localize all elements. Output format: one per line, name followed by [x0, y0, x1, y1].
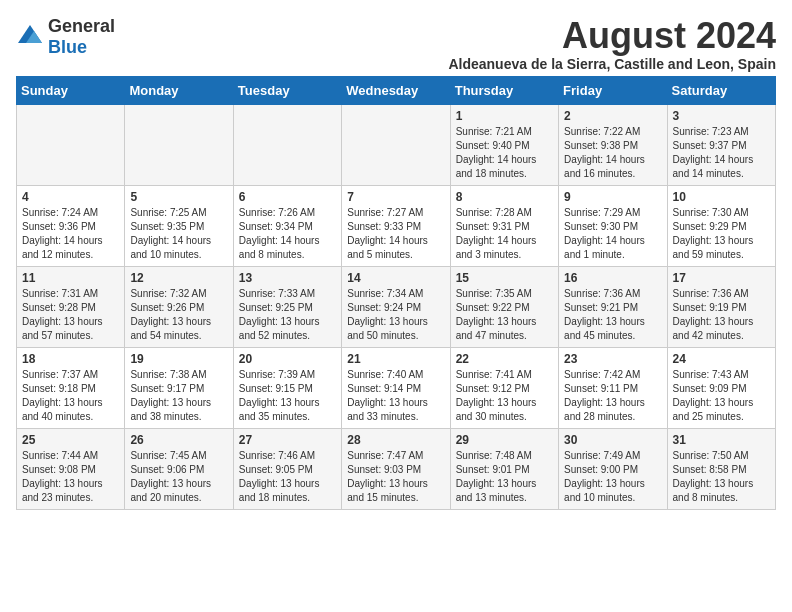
calendar-cell	[233, 104, 341, 185]
page-header: General Blue August 2024 Aldeanueva de l…	[16, 16, 776, 72]
week-row-5: 25Sunrise: 7:44 AM Sunset: 9:08 PM Dayli…	[17, 428, 776, 509]
day-info: Sunrise: 7:38 AM Sunset: 9:17 PM Dayligh…	[130, 368, 227, 424]
day-info: Sunrise: 7:39 AM Sunset: 9:15 PM Dayligh…	[239, 368, 336, 424]
day-info: Sunrise: 7:23 AM Sunset: 9:37 PM Dayligh…	[673, 125, 770, 181]
day-number: 9	[564, 190, 661, 204]
day-info: Sunrise: 7:43 AM Sunset: 9:09 PM Dayligh…	[673, 368, 770, 424]
header-saturday: Saturday	[667, 76, 775, 104]
day-number: 16	[564, 271, 661, 285]
day-info: Sunrise: 7:30 AM Sunset: 9:29 PM Dayligh…	[673, 206, 770, 262]
logo-blue: Blue	[48, 37, 87, 57]
day-number: 10	[673, 190, 770, 204]
week-row-3: 11Sunrise: 7:31 AM Sunset: 9:28 PM Dayli…	[17, 266, 776, 347]
day-info: Sunrise: 7:37 AM Sunset: 9:18 PM Dayligh…	[22, 368, 119, 424]
day-info: Sunrise: 7:35 AM Sunset: 9:22 PM Dayligh…	[456, 287, 553, 343]
day-info: Sunrise: 7:24 AM Sunset: 9:36 PM Dayligh…	[22, 206, 119, 262]
day-number: 18	[22, 352, 119, 366]
day-number: 8	[456, 190, 553, 204]
calendar-body: 1Sunrise: 7:21 AM Sunset: 9:40 PM Daylig…	[17, 104, 776, 509]
day-info: Sunrise: 7:48 AM Sunset: 9:01 PM Dayligh…	[456, 449, 553, 505]
calendar-cell: 30Sunrise: 7:49 AM Sunset: 9:00 PM Dayli…	[559, 428, 667, 509]
day-info: Sunrise: 7:41 AM Sunset: 9:12 PM Dayligh…	[456, 368, 553, 424]
day-info: Sunrise: 7:47 AM Sunset: 9:03 PM Dayligh…	[347, 449, 444, 505]
calendar-cell: 21Sunrise: 7:40 AM Sunset: 9:14 PM Dayli…	[342, 347, 450, 428]
header-wednesday: Wednesday	[342, 76, 450, 104]
header-sunday: Sunday	[17, 76, 125, 104]
calendar-cell: 28Sunrise: 7:47 AM Sunset: 9:03 PM Dayli…	[342, 428, 450, 509]
day-number: 28	[347, 433, 444, 447]
calendar-cell: 23Sunrise: 7:42 AM Sunset: 9:11 PM Dayli…	[559, 347, 667, 428]
calendar-cell: 26Sunrise: 7:45 AM Sunset: 9:06 PM Dayli…	[125, 428, 233, 509]
calendar-cell: 10Sunrise: 7:30 AM Sunset: 9:29 PM Dayli…	[667, 185, 775, 266]
calendar-cell: 31Sunrise: 7:50 AM Sunset: 8:58 PM Dayli…	[667, 428, 775, 509]
calendar-table: SundayMondayTuesdayWednesdayThursdayFrid…	[16, 76, 776, 510]
day-info: Sunrise: 7:21 AM Sunset: 9:40 PM Dayligh…	[456, 125, 553, 181]
day-number: 22	[456, 352, 553, 366]
calendar-cell: 25Sunrise: 7:44 AM Sunset: 9:08 PM Dayli…	[17, 428, 125, 509]
calendar-cell: 29Sunrise: 7:48 AM Sunset: 9:01 PM Dayli…	[450, 428, 558, 509]
day-info: Sunrise: 7:28 AM Sunset: 9:31 PM Dayligh…	[456, 206, 553, 262]
day-number: 13	[239, 271, 336, 285]
calendar-cell: 15Sunrise: 7:35 AM Sunset: 9:22 PM Dayli…	[450, 266, 558, 347]
header-thursday: Thursday	[450, 76, 558, 104]
day-info: Sunrise: 7:42 AM Sunset: 9:11 PM Dayligh…	[564, 368, 661, 424]
day-info: Sunrise: 7:46 AM Sunset: 9:05 PM Dayligh…	[239, 449, 336, 505]
calendar-cell: 13Sunrise: 7:33 AM Sunset: 9:25 PM Dayli…	[233, 266, 341, 347]
week-row-2: 4Sunrise: 7:24 AM Sunset: 9:36 PM Daylig…	[17, 185, 776, 266]
day-number: 26	[130, 433, 227, 447]
calendar-cell: 11Sunrise: 7:31 AM Sunset: 9:28 PM Dayli…	[17, 266, 125, 347]
calendar-cell: 17Sunrise: 7:36 AM Sunset: 9:19 PM Dayli…	[667, 266, 775, 347]
day-number: 23	[564, 352, 661, 366]
calendar-cell	[342, 104, 450, 185]
day-info: Sunrise: 7:49 AM Sunset: 9:00 PM Dayligh…	[564, 449, 661, 505]
week-row-4: 18Sunrise: 7:37 AM Sunset: 9:18 PM Dayli…	[17, 347, 776, 428]
calendar-cell: 27Sunrise: 7:46 AM Sunset: 9:05 PM Dayli…	[233, 428, 341, 509]
day-number: 7	[347, 190, 444, 204]
calendar-cell: 7Sunrise: 7:27 AM Sunset: 9:33 PM Daylig…	[342, 185, 450, 266]
calendar-cell: 14Sunrise: 7:34 AM Sunset: 9:24 PM Dayli…	[342, 266, 450, 347]
calendar-cell	[125, 104, 233, 185]
calendar-cell: 24Sunrise: 7:43 AM Sunset: 9:09 PM Dayli…	[667, 347, 775, 428]
day-info: Sunrise: 7:36 AM Sunset: 9:21 PM Dayligh…	[564, 287, 661, 343]
day-info: Sunrise: 7:33 AM Sunset: 9:25 PM Dayligh…	[239, 287, 336, 343]
location-subtitle: Aldeanueva de la Sierra, Castille and Le…	[448, 56, 776, 72]
calendar-cell	[17, 104, 125, 185]
calendar-cell: 1Sunrise: 7:21 AM Sunset: 9:40 PM Daylig…	[450, 104, 558, 185]
header-friday: Friday	[559, 76, 667, 104]
day-number: 19	[130, 352, 227, 366]
day-number: 25	[22, 433, 119, 447]
day-number: 12	[130, 271, 227, 285]
day-info: Sunrise: 7:45 AM Sunset: 9:06 PM Dayligh…	[130, 449, 227, 505]
month-year-title: August 2024	[448, 16, 776, 56]
calendar-header: SundayMondayTuesdayWednesdayThursdayFrid…	[17, 76, 776, 104]
day-number: 21	[347, 352, 444, 366]
header-monday: Monday	[125, 76, 233, 104]
day-info: Sunrise: 7:34 AM Sunset: 9:24 PM Dayligh…	[347, 287, 444, 343]
title-block: August 2024 Aldeanueva de la Sierra, Cas…	[448, 16, 776, 72]
calendar-cell: 12Sunrise: 7:32 AM Sunset: 9:26 PM Dayli…	[125, 266, 233, 347]
calendar-cell: 4Sunrise: 7:24 AM Sunset: 9:36 PM Daylig…	[17, 185, 125, 266]
logo-general: General	[48, 16, 115, 36]
logo-icon	[16, 23, 44, 51]
day-number: 6	[239, 190, 336, 204]
calendar-cell: 2Sunrise: 7:22 AM Sunset: 9:38 PM Daylig…	[559, 104, 667, 185]
day-info: Sunrise: 7:25 AM Sunset: 9:35 PM Dayligh…	[130, 206, 227, 262]
day-number: 30	[564, 433, 661, 447]
day-info: Sunrise: 7:36 AM Sunset: 9:19 PM Dayligh…	[673, 287, 770, 343]
day-number: 3	[673, 109, 770, 123]
calendar-cell: 18Sunrise: 7:37 AM Sunset: 9:18 PM Dayli…	[17, 347, 125, 428]
day-number: 24	[673, 352, 770, 366]
day-info: Sunrise: 7:22 AM Sunset: 9:38 PM Dayligh…	[564, 125, 661, 181]
day-number: 5	[130, 190, 227, 204]
day-number: 29	[456, 433, 553, 447]
calendar-cell: 9Sunrise: 7:29 AM Sunset: 9:30 PM Daylig…	[559, 185, 667, 266]
calendar-cell: 19Sunrise: 7:38 AM Sunset: 9:17 PM Dayli…	[125, 347, 233, 428]
header-tuesday: Tuesday	[233, 76, 341, 104]
calendar-cell: 3Sunrise: 7:23 AM Sunset: 9:37 PM Daylig…	[667, 104, 775, 185]
day-number: 27	[239, 433, 336, 447]
logo-text: General Blue	[48, 16, 115, 58]
calendar-cell: 8Sunrise: 7:28 AM Sunset: 9:31 PM Daylig…	[450, 185, 558, 266]
day-number: 14	[347, 271, 444, 285]
day-info: Sunrise: 7:32 AM Sunset: 9:26 PM Dayligh…	[130, 287, 227, 343]
day-info: Sunrise: 7:27 AM Sunset: 9:33 PM Dayligh…	[347, 206, 444, 262]
